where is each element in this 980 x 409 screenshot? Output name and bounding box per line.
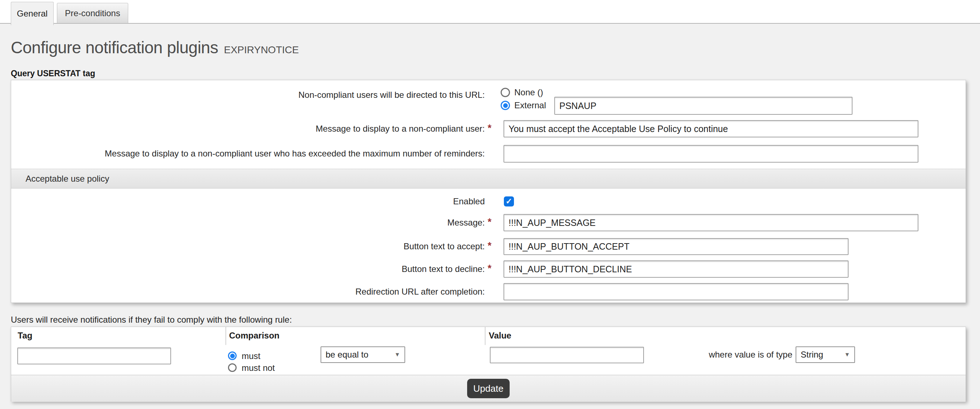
enabled-label: Enabled xyxy=(11,196,485,207)
column-header-value: Value xyxy=(489,330,511,341)
aup-message-label: Message: xyxy=(11,217,485,228)
tab-general[interactable]: General xyxy=(11,2,54,25)
noncompliant-message-input[interactable] xyxy=(504,120,918,138)
aup-section-header: Acceptable use policy xyxy=(11,169,966,189)
checkmark-icon: ✓ xyxy=(506,197,512,206)
value-type-label: where value is of type xyxy=(659,349,792,360)
value-type-value: String xyxy=(801,350,823,360)
column-header-tag: Tag xyxy=(18,330,32,341)
url-none-label: None () xyxy=(514,87,543,98)
reminders-message-input[interactable] xyxy=(504,145,918,163)
required-marker: * xyxy=(488,123,502,133)
url-external-label: External xyxy=(514,100,546,111)
dropdown-arrow-icon: ▼ xyxy=(844,352,850,358)
tab-bar xyxy=(0,0,980,24)
decline-button-text-input[interactable] xyxy=(504,260,848,278)
tab-general-label: General xyxy=(17,9,48,19)
update-button[interactable]: Update xyxy=(467,379,510,398)
enabled-checkbox[interactable]: ✓ xyxy=(504,197,514,206)
must-not-radio[interactable] xyxy=(228,363,237,372)
column-separator xyxy=(485,327,485,345)
rule-intro-text: Users will receive notifications if they… xyxy=(11,314,292,325)
query-section-panel: Non-compliant users will be directed to … xyxy=(11,80,966,303)
tab-pre-conditions[interactable]: Pre-conditions xyxy=(57,3,128,24)
accept-button-text-input[interactable] xyxy=(504,238,848,255)
required-marker: * xyxy=(488,240,502,251)
tag-input[interactable] xyxy=(17,347,171,365)
comparison-operator-value: be equal to xyxy=(326,350,368,360)
url-external-radio[interactable] xyxy=(501,101,510,110)
value-type-select[interactable]: String ▼ xyxy=(795,346,855,363)
url-none-radio[interactable] xyxy=(501,88,510,97)
redirect-url-input[interactable] xyxy=(504,283,848,300)
plugin-name-badge: EXPIRYNOTICE xyxy=(224,44,299,55)
external-url-input[interactable] xyxy=(554,97,853,115)
redirect-url-label: Redirection URL after completion: xyxy=(11,286,485,297)
accept-text-label: Button text to accept: xyxy=(11,241,485,252)
aup-message-input[interactable] xyxy=(504,214,918,231)
dropdown-arrow-icon: ▼ xyxy=(395,352,400,358)
column-header-comparison: Comparison xyxy=(229,330,280,341)
comparison-operator-select[interactable]: be equal to ▼ xyxy=(321,346,405,363)
page-title: Configure notification pluginsEXPIRYNOTI… xyxy=(11,36,299,62)
required-marker: * xyxy=(488,217,502,227)
aup-section-heading: Acceptable use policy xyxy=(25,174,109,184)
tab-pre-conditions-label: Pre-conditions xyxy=(65,8,120,18)
required-marker: * xyxy=(488,263,502,274)
must-not-label: must not xyxy=(242,363,275,373)
rule-table-panel: Tag Comparison Value must must not be eq… xyxy=(11,327,966,401)
form-action-bar: Update xyxy=(11,375,966,402)
rule-value-input[interactable] xyxy=(490,347,644,363)
reminders-message-label: Message to display to a non-compliant us… xyxy=(11,148,485,159)
must-radio[interactable] xyxy=(228,352,237,360)
column-separator xyxy=(226,327,226,345)
page-title-text: Configure notification plugins xyxy=(11,38,218,57)
noncompliant-message-label: Message to display to a non-compliant us… xyxy=(11,124,485,134)
query-section-heading: Query USERSTAT tag xyxy=(11,68,95,78)
decline-text-label: Button text to decline: xyxy=(11,264,485,274)
must-label: must xyxy=(242,351,260,361)
url-row-label: Non-compliant users will be directed to … xyxy=(11,90,485,100)
